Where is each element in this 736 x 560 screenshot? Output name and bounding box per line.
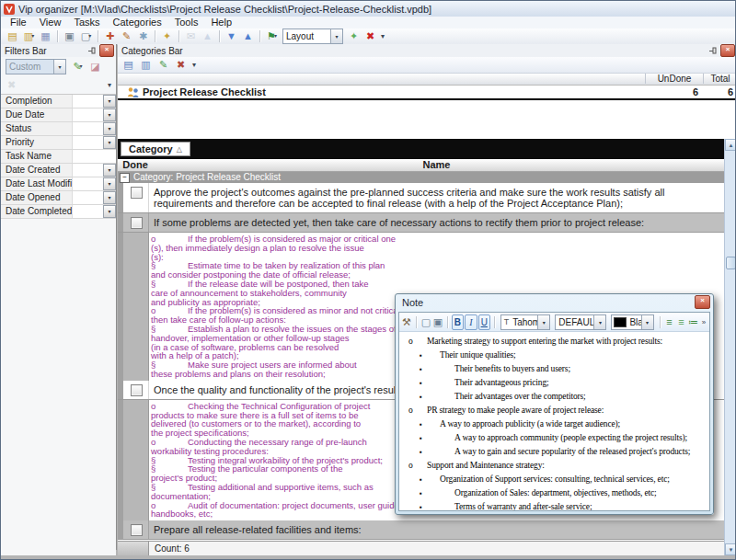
edit-task-icon[interactable]: ✎ [119,29,134,43]
edit-category-icon[interactable]: ✎ [155,58,171,72]
scroll-down-icon[interactable]: ▼ [725,543,736,555]
new-note-icon[interactable]: ▤ [5,29,20,43]
filter-dropdown-icon[interactable]: ▾ [103,136,116,149]
filter-row[interactable]: Completion▾ [1,95,116,109]
bullet-list-icon[interactable]: ≔ [688,315,699,329]
note-toolbar-overflow-icon[interactable]: » [700,318,707,326]
filter-dropdown-icon[interactable]: ▾ [103,164,116,177]
filters-options-icon[interactable]: ▾ [106,81,113,89]
customize-icon[interactable]: ✦ [346,29,362,43]
scroll-up-icon[interactable]: ▲ [725,139,736,151]
apply-filter-icon[interactable]: ✎▾ [70,60,86,74]
add-task-icon[interactable]: ✚ [102,29,118,43]
filter-value[interactable] [73,177,103,190]
task-checkbox[interactable] [131,384,143,396]
filter-dropdown-icon[interactable]: ▾ [103,109,116,121]
print-note-icon[interactable]: ▣ [432,315,443,329]
expand-all-icon[interactable]: ▼ [224,29,239,43]
combo-dropdown-icon[interactable]: ▾ [537,315,549,329]
dropdown-arrow-icon[interactable]: ▾ [80,60,83,74]
filter-dropdown-icon[interactable]: ▾ [103,95,116,108]
pin-icon[interactable] [88,47,97,55]
menu-file[interactable]: File [5,17,32,29]
italic-button[interactable]: I [465,314,477,330]
new-category-icon[interactable]: ▤ [121,58,136,72]
pin-icon[interactable] [709,47,718,55]
filter-preset-combo[interactable]: Custom▾ [6,59,66,74]
menu-tools[interactable]: Tools [169,17,204,29]
print-icon[interactable]: ▣ [62,29,77,43]
underline-button[interactable]: U [478,314,490,330]
column-done[interactable]: Done [121,159,149,171]
filter-value[interactable] [73,109,103,121]
categories-options-icon[interactable]: ▾ [190,61,198,69]
new-subcategory-icon[interactable]: ▥ [138,58,154,72]
filter-value[interactable] [73,136,103,149]
scrollbar-thumb[interactable] [726,257,736,269]
filter-row[interactable]: Due Date▾ [1,109,116,122]
filter-value[interactable] [73,150,116,163]
task-checkbox[interactable] [131,187,143,199]
attach-icon[interactable]: ✱ [135,29,151,43]
column-total[interactable]: Total [703,74,736,84]
layout-flag-icon[interactable]: ⚑▾ [264,29,280,43]
color-combo[interactable]: Black▾ [611,314,653,330]
numbered-list-icon[interactable]: ≡ [663,315,674,329]
filter-row[interactable]: Date Last Modifi▾ [1,177,116,191]
filter-row[interactable]: Date Opened▾ [1,191,116,205]
task-row[interactable]: If some problems are detected yet, then … [118,213,724,233]
eraser-icon[interactable]: ◪ [87,60,103,74]
group-by-category-button[interactable]: Category △ [121,142,190,156]
combo-dropdown-icon[interactable]: ▾ [593,315,605,329]
filter-dropdown-icon[interactable]: ▾ [103,191,116,204]
delete-category-icon[interactable]: ✖ [173,58,189,72]
close-filters-icon[interactable]: × [99,44,114,57]
filter-row[interactable]: Task Name [1,150,116,164]
layout-combo[interactable]: Layout▾ [282,29,343,44]
wrench-icon[interactable]: ⚒ [401,315,412,329]
font-combo[interactable]: TTahoma▾ [500,314,551,330]
new-item-icon[interactable]: ▥▾ [21,29,37,43]
note-editor[interactable]: oMarketing strategy to support entering … [399,332,709,510]
filter-row[interactable]: Status▾ [1,122,116,136]
category-row[interactable]: Project Release Checklist 6 6 [118,86,736,100]
filter-value[interactable] [73,164,103,177]
title-bar[interactable]: Vip organizer [M:\Vlad\Checklists\Projec… [1,1,735,17]
key-icon[interactable]: ✦ [159,29,175,43]
dropdown-arrow-icon[interactable]: ▾ [274,29,277,43]
delete-icon[interactable]: ✖ [362,29,378,43]
task-checkbox[interactable] [131,524,143,536]
save-icon[interactable]: ▦ [38,29,53,43]
menu-view[interactable]: View [34,17,67,29]
close-note-icon[interactable]: × [695,295,710,309]
vertical-scrollbar[interactable]: ▲ ▼ [724,139,736,555]
menu-help[interactable]: Help [205,17,237,29]
combo-dropdown-icon[interactable]: ▾ [641,315,653,329]
menu-tasks[interactable]: Tasks [68,17,105,29]
filter-value[interactable] [73,191,103,204]
export-icon[interactable]: ▢ [420,315,431,329]
task-row[interactable]: Prepare all release-related facilities a… [118,520,724,540]
dropdown-arrow-icon[interactable]: ▾ [88,29,91,43]
column-undone[interactable]: UnDone [645,74,703,84]
filter-dropdown-icon[interactable]: ▾ [103,205,116,218]
note-window[interactable]: Note × ⚒▢▣BIUTTahoma▾DEFAULT_CH▾Black▾≡≡… [395,293,714,515]
dropdown-arrow-icon[interactable]: ▾ [31,29,34,43]
print-preview-icon[interactable]: ▢▾ [78,29,94,43]
column-name[interactable]: Name [149,159,724,171]
toolbar-options-icon[interactable]: ▾ [379,32,386,40]
close-categories-icon[interactable]: × [720,44,735,57]
task-row[interactable]: Approve the project's outcomes against t… [118,183,724,213]
combo-dropdown-icon[interactable]: ▾ [330,29,342,43]
style-combo[interactable]: DEFAULT_CH▾ [555,314,606,330]
group-row[interactable]: − Category: Project Release Checklist [118,172,724,183]
combo-dropdown-icon[interactable]: ▾ [53,60,65,74]
note-title-bar[interactable]: Note × [396,294,713,310]
filter-row[interactable]: Priority▾ [1,136,116,150]
filter-row[interactable]: Date Created▾ [1,164,116,177]
filter-value[interactable] [73,122,103,135]
task-checkbox[interactable] [131,217,143,229]
filter-value[interactable] [73,205,103,218]
collapse-all-icon[interactable]: ▲ [240,29,256,43]
filter-value[interactable] [73,95,103,108]
